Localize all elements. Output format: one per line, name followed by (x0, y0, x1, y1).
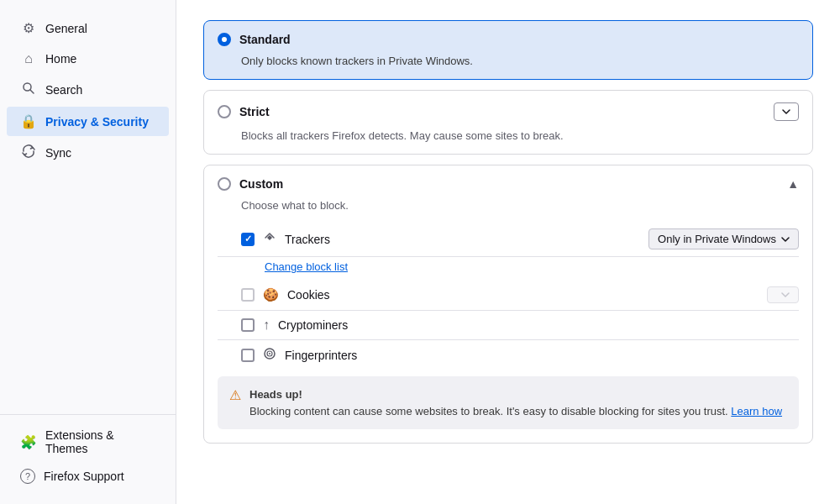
standard-option: Standard Only blocks known trackers in P… (203, 20, 813, 80)
custom-radio[interactable] (218, 177, 231, 191)
gear-icon: ⚙ (20, 20, 37, 36)
warning-body: Blocking content can cause some websites… (249, 405, 728, 417)
trackers-dropdown-label: Only in Private Windows (658, 233, 776, 245)
fingerprinters-checkbox[interactable] (241, 349, 255, 362)
warning-icon: ⚠ (229, 387, 241, 403)
warning-box: ⚠ Heads up! Blocking content can cause s… (218, 376, 799, 429)
sidebar-item-home[interactable]: ⌂ Home (7, 45, 169, 73)
warning-text: Heads up! Blocking content can cause som… (249, 386, 782, 419)
sidebar-item-label: Home (45, 52, 76, 66)
custom-option: Custom ▲ Choose what to block. Trackers (203, 165, 813, 444)
help-icon: ? (20, 469, 35, 484)
svg-point-4 (269, 353, 270, 354)
sidebar-item-extensions[interactable]: 🧩 Extensions & Themes (7, 422, 169, 462)
home-icon: ⌂ (20, 51, 37, 66)
standard-option-header[interactable]: Standard (204, 21, 812, 55)
standard-description: Only blocks known trackers in Private Wi… (204, 55, 812, 79)
cookies-dropdown-btn[interactable] (767, 286, 799, 303)
change-block-list-link[interactable]: Change block list (218, 257, 799, 280)
cookies-label: Cookies (287, 288, 759, 302)
lock-icon: 🔒 (20, 113, 37, 129)
main-content: Standard Only blocks known trackers in P… (176, 0, 840, 504)
cookies-checkbox[interactable] (241, 288, 255, 302)
fingerprinters-icon (263, 347, 276, 363)
standard-radio[interactable] (218, 33, 231, 46)
trackers-checkbox[interactable] (241, 233, 255, 246)
sidebar: ⚙ General ⌂ Home Search 🔒 Privacy & Secu… (0, 0, 176, 504)
fingerprinters-row: Fingerprinters (218, 340, 799, 370)
custom-collapse-arrow[interactable]: ▲ (787, 177, 799, 191)
cryptominers-checkbox[interactable] (241, 318, 255, 332)
search-icon (20, 81, 37, 98)
puzzle-icon: 🧩 (20, 434, 37, 450)
cookies-dropdown[interactable] (767, 286, 799, 303)
custom-option-header[interactable]: Custom ▲ (204, 165, 812, 199)
trackers-label: Trackers (285, 233, 640, 246)
strict-dropdown-btn[interactable] (774, 102, 799, 121)
warning-title: Heads up! (249, 388, 302, 401)
strict-label: Strict (239, 105, 270, 118)
sidebar-item-label: Sync (45, 146, 71, 160)
strict-radio[interactable] (218, 105, 231, 118)
sidebar-item-label: Firefox Support (44, 470, 124, 483)
trackers-row: Trackers Only in Private Windows (218, 222, 799, 257)
fingerprinters-label: Fingerprinters (285, 349, 799, 362)
warning-learn-link[interactable]: Learn how (731, 405, 782, 417)
standard-label: Standard (239, 33, 291, 46)
sidebar-item-support[interactable]: ? Firefox Support (7, 462, 169, 491)
custom-description: Choose what to block. (218, 199, 799, 212)
trackers-dropdown[interactable]: Only in Private Windows (648, 228, 799, 249)
cookies-row: 🍪 Cookies (218, 280, 799, 311)
sidebar-item-label: General (45, 22, 87, 35)
sidebar-item-search[interactable]: Search (7, 75, 169, 105)
sidebar-item-label: Extensions & Themes (45, 428, 155, 455)
sidebar-item-label: Search (45, 83, 82, 97)
cryptominers-icon: ↑ (263, 318, 270, 333)
strict-description: Blocks all trackers Firefox detects. May… (204, 129, 812, 154)
strict-option: Strict Blocks all trackers Firefox detec… (203, 90, 813, 155)
custom-body: Choose what to block. Trackers Only in P… (204, 199, 812, 443)
cookies-icon: 🍪 (263, 287, 279, 302)
sidebar-item-general[interactable]: ⚙ General (7, 13, 169, 43)
trackers-icon (263, 231, 276, 247)
sidebar-bottom: 🧩 Extensions & Themes ? Firefox Support (0, 414, 176, 491)
sidebar-item-sync[interactable]: Sync (7, 138, 169, 168)
cryptominers-label: Cryptominers (278, 318, 799, 332)
sidebar-item-privacy[interactable]: 🔒 Privacy & Security (7, 107, 169, 136)
cryptominers-row: ↑ Cryptominers (218, 311, 799, 340)
svg-line-1 (30, 90, 34, 93)
sidebar-item-label: Privacy & Security (45, 115, 149, 129)
sync-icon (20, 144, 37, 161)
trackers-dropdown-btn[interactable]: Only in Private Windows (648, 228, 799, 249)
strict-option-header[interactable]: Strict (204, 91, 812, 129)
custom-label: Custom (239, 177, 283, 191)
